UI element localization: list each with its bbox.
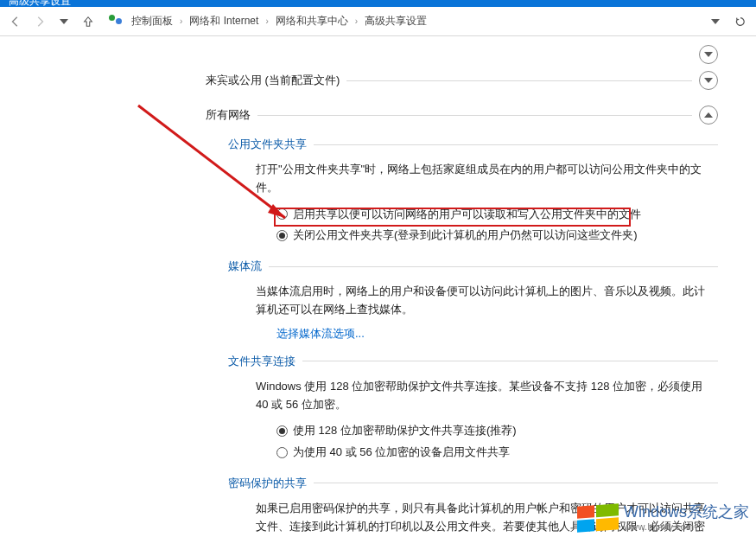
arrow-up-icon: [82, 16, 94, 28]
section-description: 打开"公用文件夹共享"时，网络上包括家庭组成员在内的用户都可以访问公用文件夹中的…: [256, 161, 711, 197]
expand-toggle[interactable]: [699, 71, 718, 90]
profile-collapse-toggle[interactable]: [699, 45, 718, 64]
media-streaming-options-link[interactable]: 选择媒体流选项...: [276, 326, 365, 342]
divider: [257, 115, 692, 116]
window-title-bar: 高级共享设置: [0, 0, 756, 7]
arrow-left-icon: [10, 16, 22, 28]
control-panel-icon: [107, 13, 124, 30]
section-description: Windows 使用 128 位加密帮助保护文件共享连接。某些设备不支持 128…: [256, 378, 711, 414]
radio-icon: [276, 208, 288, 220]
breadcrumb-item[interactable]: 网络和共享中心: [276, 14, 348, 29]
chevron-up-icon: [704, 112, 713, 118]
chevron-right-icon: ›: [265, 16, 268, 26]
section-password-sharing: 密码保护的共享: [228, 476, 718, 491]
watermark-text: Windows系统之家 www.bjjmlv.com: [624, 504, 749, 532]
up-button[interactable]: [78, 11, 98, 32]
back-button[interactable]: [5, 11, 26, 32]
profile-label: 所有网络: [206, 107, 251, 123]
radio-4056bit[interactable]: 为使用 40 或 56 位加密的设备启用文件共享: [276, 442, 756, 463]
breadcrumb-item[interactable]: 控制面板: [131, 14, 173, 29]
breadcrumb[interactable]: 控制面板 › 网络和 Internet › 网络和共享中心 › 高级共享设置: [131, 14, 702, 29]
refresh-icon: [734, 16, 746, 28]
divider: [346, 80, 692, 81]
radio-128bit[interactable]: 使用 128 位加密帮助保护文件共享连接(推荐): [276, 420, 756, 442]
breadcrumb-item[interactable]: 高级共享设置: [365, 14, 427, 29]
radio-icon: [276, 230, 288, 241]
radio-icon: [276, 447, 288, 458]
watermark: Windows系统之家 www.bjjmlv.com: [577, 504, 749, 532]
profile-guest-public[interactable]: 来宾或公用 (当前配置文件): [206, 71, 718, 90]
breadcrumb-item[interactable]: 网络和 Internet: [189, 14, 258, 29]
divider: [314, 483, 718, 483]
refresh-button[interactable]: [730, 11, 751, 32]
collapse-toggle[interactable]: [699, 105, 718, 125]
radio-label: 为使用 40 或 56 位加密的设备启用文件共享: [293, 444, 510, 462]
chevron-down-icon: [704, 52, 713, 57]
profile-label: 来宾或公用 (当前配置文件): [206, 73, 340, 88]
radio-icon: [276, 425, 288, 437]
section-public-folder-sharing: 公用文件夹共享: [228, 137, 718, 152]
navigation-bar: 控制面板 › 网络和 Internet › 网络和共享中心 › 高级共享设置: [0, 7, 756, 36]
recent-dropdown[interactable]: [54, 11, 74, 32]
chevron-down-icon: [60, 19, 68, 24]
radio-label: 启用共享以便可以访问网络的用户可以读取和写入公用文件夹中的文件: [293, 206, 641, 224]
section-title: 媒体流: [228, 259, 262, 274]
radio-label: 关闭公用文件夹共享(登录到此计算机的用户仍然可以访问这些文件夹): [293, 227, 638, 245]
radio-enable-sharing[interactable]: 启用共享以便可以访问网络的用户可以读取和写入公用文件夹中的文件: [276, 204, 756, 226]
radio-label: 使用 128 位加密帮助保护文件共享连接(推荐): [293, 422, 517, 440]
radio-group-encryption: 使用 128 位加密帮助保护文件共享连接(推荐) 为使用 40 或 56 位加密…: [276, 420, 756, 463]
section-title: 公用文件夹共享: [228, 137, 307, 152]
divider: [269, 266, 718, 267]
forward-button[interactable]: [29, 11, 50, 32]
section-description: 当媒体流启用时，网络上的用户和设备便可以访问此计算机上的图片、音乐以及视频。此计…: [256, 283, 711, 319]
address-dropdown[interactable]: [706, 16, 725, 26]
radio-group-public-folder: 启用共享以便可以访问网络的用户可以读取和写入公用文件夹中的文件 关闭公用文件夹共…: [276, 204, 756, 247]
watermark-line1: Windows系统之家: [624, 504, 749, 521]
profile-all-networks[interactable]: 所有网络: [206, 105, 718, 125]
section-file-sharing-connections: 文件共享连接: [228, 354, 718, 369]
section-media-streaming: 媒体流: [228, 259, 718, 274]
window-title: 高级共享设置: [9, 0, 71, 7]
section-title: 密码保护的共享: [228, 476, 307, 491]
section-title: 文件共享连接: [228, 354, 295, 369]
chevron-right-icon: ›: [180, 16, 182, 26]
divider: [314, 144, 718, 145]
chevron-right-icon: ›: [355, 16, 358, 26]
watermark-line2: www.bjjmlv.com: [624, 521, 749, 532]
arrow-right-icon: [34, 16, 46, 28]
radio-disable-sharing[interactable]: 关闭公用文件夹共享(登录到此计算机的用户仍然可以访问这些文件夹): [276, 225, 756, 246]
chevron-down-icon: [704, 78, 713, 83]
content-area: 来宾或公用 (当前配置文件) 所有网络 公用文件夹共享 打开"公用文件夹共享"时…: [0, 36, 756, 537]
divider: [302, 361, 718, 361]
chevron-down-icon: [711, 19, 720, 24]
windows-logo-icon: [577, 503, 619, 532]
